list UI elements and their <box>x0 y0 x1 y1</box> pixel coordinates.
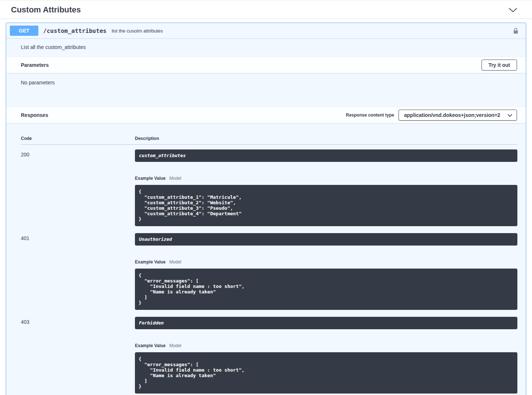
response-content-type-value: application/vnd.dokeos+json;version=2 <box>404 112 500 118</box>
response-description-block: Forbidden <box>135 317 517 329</box>
swagger-page: Custom Attributes GET /custom_attributes… <box>0 0 532 395</box>
model-tab[interactable]: Model <box>169 259 181 265</box>
example-value-tab[interactable]: Example Value <box>135 259 166 265</box>
no-parameters-text: No parameters <box>21 80 511 86</box>
example-json-block: { "custom_attribute_1": "Matricule", "cu… <box>135 185 517 226</box>
response-code: 200 <box>21 149 135 228</box>
response-content-type-label: Response content type <box>346 113 394 118</box>
response-description-block: custom_attributes <box>135 149 517 162</box>
endpoint-summary-row[interactable]: GET /custom_attributes list the cusotm a… <box>6 23 526 39</box>
response-code: 403 <box>21 317 135 395</box>
endpoint-summary-text: list the cusotm attributes <box>112 28 163 34</box>
response-content-type-group: Response content type application/vnd.do… <box>346 110 517 121</box>
example-value-tab[interactable]: Example Value <box>135 176 166 181</box>
example-json-block: { "error_messages": [ "Invalid field nam… <box>135 352 517 394</box>
example-value-tab[interactable]: Example Value <box>135 343 166 348</box>
response-content-type-select[interactable]: application/vnd.dokeos+json;version=2 <box>399 110 517 121</box>
page-title: Custom Attributes <box>11 5 81 15</box>
example-json-block: { "error_messages": [ "Invalid field nam… <box>135 269 517 310</box>
responses-section-header: Responses Response content type applicat… <box>6 107 526 123</box>
responses-title: Responses <box>21 112 48 118</box>
model-tab[interactable]: Model <box>169 176 181 181</box>
parameters-body: No parameters <box>6 73 526 107</box>
authorize-button[interactable] <box>513 27 518 34</box>
responses-table-header: Code Description <box>21 123 517 145</box>
endpoint-description: List all the custom_attributes <box>6 39 526 57</box>
collapse-section-button[interactable] <box>509 8 517 12</box>
opblock-get-custom-attributes: GET /custom_attributes list the cusotm a… <box>6 23 526 395</box>
response-row-401: 401 Unauthorized Example Value Model { "… <box>21 228 517 312</box>
endpoint-path: /custom_attributes <box>43 27 106 34</box>
code-column-header: Code <box>21 136 135 141</box>
parameters-section-header: Parameters Try it out <box>6 57 526 73</box>
response-row-200: 200 custom_attributes Example Value Mode… <box>21 145 517 228</box>
try-it-out-button[interactable]: Try it out <box>482 60 517 71</box>
tag-section-header[interactable]: Custom Attributes <box>0 0 532 19</box>
response-row-403: 403 Forbidden Example Value Model { "err… <box>21 312 517 395</box>
http-method-badge: GET <box>10 26 38 36</box>
response-description-block: Unauthorized <box>135 233 517 246</box>
response-code: 401 <box>21 233 135 312</box>
model-tab[interactable]: Model <box>169 343 181 348</box>
parameters-title: Parameters <box>21 62 49 68</box>
description-column-header: Description <box>135 136 517 141</box>
chevron-down-icon <box>509 8 517 14</box>
responses-body: Code Description 200 custom_attributes E… <box>6 123 526 395</box>
chevron-down-icon <box>508 112 512 118</box>
lock-icon <box>513 30 518 35</box>
